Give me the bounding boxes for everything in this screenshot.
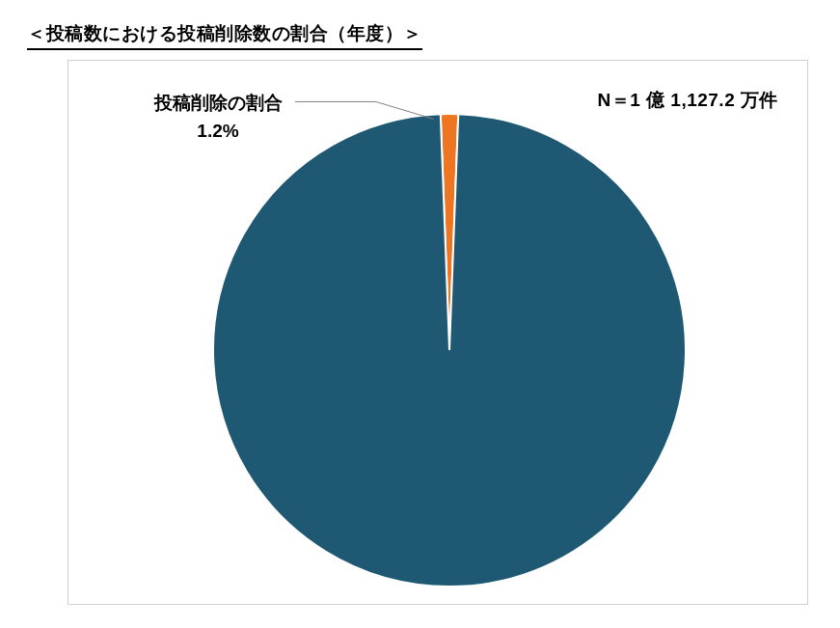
chart-title-underline — [27, 48, 422, 50]
chart-title-wrap: ＜投稿数における投稿削除数の割合（年度）＞ — [27, 21, 422, 50]
chart-title: ＜投稿数における投稿削除数の割合（年度）＞ — [27, 21, 422, 46]
pie-chart — [68, 61, 809, 606]
chart-frame: N＝1 億 1,127.2 万件 投稿削除の割合 1.2% — [68, 60, 808, 605]
